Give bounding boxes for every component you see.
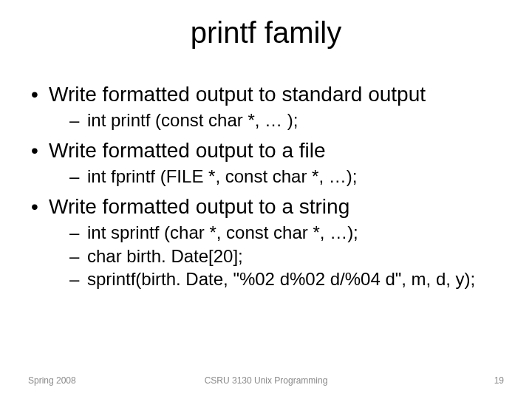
sub-text: int sprintf (char *, const char *, …); xyxy=(87,222,358,242)
sub-text: char birth. Date[20]; xyxy=(87,246,243,266)
bullet-item: Write formatted output to a file int fpr… xyxy=(28,137,504,188)
bullet-text: Write formatted output to standard outpu… xyxy=(49,83,426,106)
sub-text: int fprintf (FILE *, const char *, …); xyxy=(87,166,357,186)
sub-list: int printf (const char *, … ); xyxy=(49,109,504,132)
sub-item: char birth. Date[20]; xyxy=(49,245,504,267)
bullet-text: Write formatted output to a file xyxy=(49,139,326,162)
bullet-list: Write formatted output to standard outpu… xyxy=(28,81,504,290)
sub-item: int printf (const char *, … ); xyxy=(49,109,504,132)
slide-title: printf family xyxy=(0,16,532,50)
footer-page-number: 19 xyxy=(494,375,504,386)
sub-text: int printf (const char *, … ); xyxy=(87,110,298,130)
sub-list: int sprintf (char *, const char *, …); c… xyxy=(49,221,504,290)
sub-item: int sprintf (char *, const char *, …); xyxy=(49,221,504,244)
bullet-text: Write formatted output to a string xyxy=(49,195,349,218)
sub-list: int fprintf (FILE *, const char *, …); xyxy=(49,165,504,188)
slide-body: Write formatted output to standard outpu… xyxy=(28,81,504,296)
bullet-item: Write formatted output to a string int s… xyxy=(28,194,504,290)
sub-item: int fprintf (FILE *, const char *, …); xyxy=(49,165,504,188)
slide: printf family Write formatted output to … xyxy=(0,0,532,399)
footer-course: CSRU 3130 Unix Programming xyxy=(28,375,504,386)
sub-item: sprintf(birth. Date, "%02 d%02 d/%04 d",… xyxy=(49,267,504,290)
sub-text: sprintf(birth. Date, "%02 d%02 d/%04 d",… xyxy=(87,269,475,289)
bullet-item: Write formatted output to standard outpu… xyxy=(28,81,504,132)
